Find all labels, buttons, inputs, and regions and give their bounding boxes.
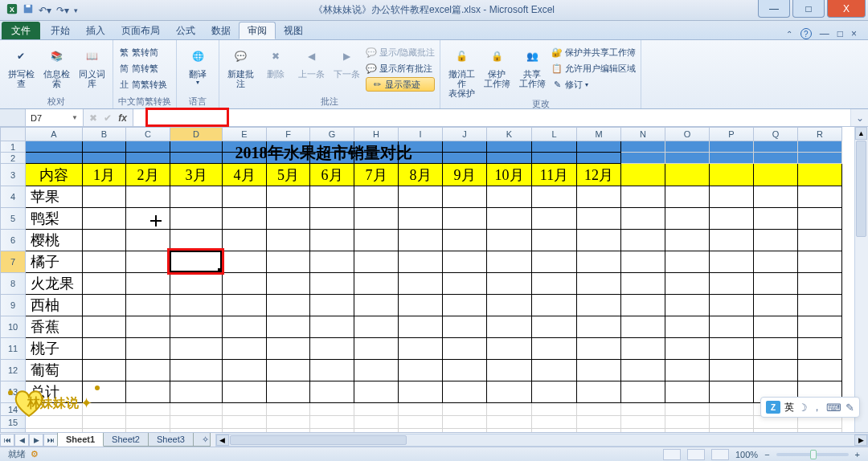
cell[interactable]: [223, 186, 267, 208]
cell[interactable]: [126, 208, 170, 230]
cell[interactable]: [577, 295, 621, 316]
help-icon[interactable]: ?: [800, 28, 812, 39]
cell[interactable]: [798, 164, 842, 186]
row-header-7[interactable]: 7: [0, 251, 26, 273]
cell[interactable]: [621, 164, 665, 186]
cell[interactable]: [487, 208, 532, 230]
cell[interactable]: [126, 360, 170, 381]
cell[interactable]: [267, 360, 310, 381]
cell[interactable]: [354, 381, 399, 403]
cell[interactable]: [443, 403, 487, 416]
cell[interactable]: [170, 316, 223, 338]
zoom-slider[interactable]: [776, 453, 849, 456]
sheet-tab-2[interactable]: Sheet2: [103, 433, 149, 447]
cell[interactable]: [754, 230, 798, 251]
delete-comment-button[interactable]: ✖删除: [260, 42, 292, 79]
col-header-Q[interactable]: Q: [754, 127, 798, 141]
trad-to-simp-button[interactable]: 繁繁转简: [118, 45, 167, 59]
spellcheck-button[interactable]: ✔拼写检查: [5, 42, 37, 88]
cell[interactable]: [710, 416, 754, 429]
protect-workbook-button[interactable]: 🔒保护 工作簿: [481, 42, 513, 88]
cell[interactable]: [577, 230, 621, 251]
col-header-D[interactable]: D: [170, 127, 223, 141]
cell[interactable]: [223, 273, 267, 295]
cell[interactable]: [267, 273, 310, 295]
cell[interactable]: [354, 416, 399, 429]
cell[interactable]: [399, 403, 443, 416]
cell[interactable]: [267, 403, 310, 416]
cell[interactable]: [223, 338, 267, 360]
new-sheet-icon[interactable]: ✧: [193, 433, 211, 447]
cell[interactable]: [577, 208, 621, 230]
share-workbook-button[interactable]: 👥共享 工作簿: [516, 42, 548, 88]
cell[interactable]: [310, 416, 354, 429]
cell[interactable]: [710, 316, 754, 338]
tab-pagelayout[interactable]: 页面布局: [113, 22, 168, 39]
cell[interactable]: [487, 360, 532, 381]
cell[interactable]: [754, 251, 798, 273]
row-header-5[interactable]: 5: [0, 208, 26, 230]
cell[interactable]: [577, 316, 621, 338]
cell[interactable]: [267, 316, 310, 338]
cell[interactable]: [83, 251, 126, 273]
cell[interactable]: [577, 251, 621, 273]
fx-cancel-icon[interactable]: ✖: [89, 112, 97, 124]
cell[interactable]: [83, 273, 126, 295]
cell[interactable]: [223, 208, 267, 230]
cell[interactable]: [710, 186, 754, 208]
cell[interactable]: [354, 295, 399, 316]
cell[interactable]: [267, 338, 310, 360]
sheet-nav-next-icon[interactable]: ▶: [29, 434, 43, 447]
cell[interactable]: [170, 416, 223, 429]
cell[interactable]: [710, 381, 754, 403]
header-cell[interactable]: 8月: [399, 164, 443, 186]
tab-data[interactable]: 数据: [203, 22, 239, 39]
cell[interactable]: [665, 381, 710, 403]
cell[interactable]: [170, 186, 223, 208]
ime-keyboard-icon[interactable]: ⌨: [826, 402, 841, 414]
cell[interactable]: [223, 316, 267, 338]
cell[interactable]: [223, 416, 267, 429]
cell[interactable]: [665, 316, 710, 338]
cell[interactable]: [310, 381, 354, 403]
cell[interactable]: [710, 230, 754, 251]
cell[interactable]: [354, 251, 399, 273]
cell[interactable]: [621, 186, 665, 208]
sheet-tab-1[interactable]: Sheet1: [57, 433, 104, 447]
col-header-G[interactable]: G: [310, 127, 354, 141]
cell[interactable]: [532, 186, 577, 208]
sheet-nav-prev-icon[interactable]: ◀: [14, 434, 29, 447]
cell[interactable]: [798, 416, 842, 429]
new-comment-button[interactable]: 💬新建批注: [224, 42, 256, 88]
cell[interactable]: [354, 186, 399, 208]
cell[interactable]: [621, 381, 665, 403]
maximize-button[interactable]: □: [792, 0, 825, 18]
row-header-3[interactable]: 3: [0, 164, 26, 186]
cell[interactable]: [710, 273, 754, 295]
row-label-cell[interactable]: 鸭梨: [26, 208, 83, 230]
close-button[interactable]: X: [827, 0, 866, 18]
cell[interactable]: [798, 208, 842, 230]
cell[interactable]: [665, 251, 710, 273]
cell[interactable]: [399, 230, 443, 251]
cell[interactable]: [126, 403, 170, 416]
cell[interactable]: [83, 360, 126, 381]
cell[interactable]: [798, 230, 842, 251]
cell[interactable]: [754, 416, 798, 429]
col-header-E[interactable]: E: [223, 127, 267, 141]
col-header-A[interactable]: A: [26, 127, 83, 141]
cell[interactable]: [223, 251, 267, 273]
next-comment-button[interactable]: ▶下一条: [330, 42, 362, 79]
cell[interactable]: [532, 208, 577, 230]
minimize-button[interactable]: —: [758, 0, 790, 18]
cell[interactable]: [443, 186, 487, 208]
cell[interactable]: [798, 251, 842, 273]
save-icon[interactable]: [23, 3, 34, 17]
unprotect-sheet-button[interactable]: 🔓撤消工作 表保护: [445, 42, 477, 98]
cell[interactable]: [443, 208, 487, 230]
tab-view[interactable]: 视图: [276, 22, 311, 39]
cell[interactable]: [126, 381, 170, 403]
cell[interactable]: [170, 273, 223, 295]
cell[interactable]: [754, 295, 798, 316]
cell[interactable]: [310, 403, 354, 416]
